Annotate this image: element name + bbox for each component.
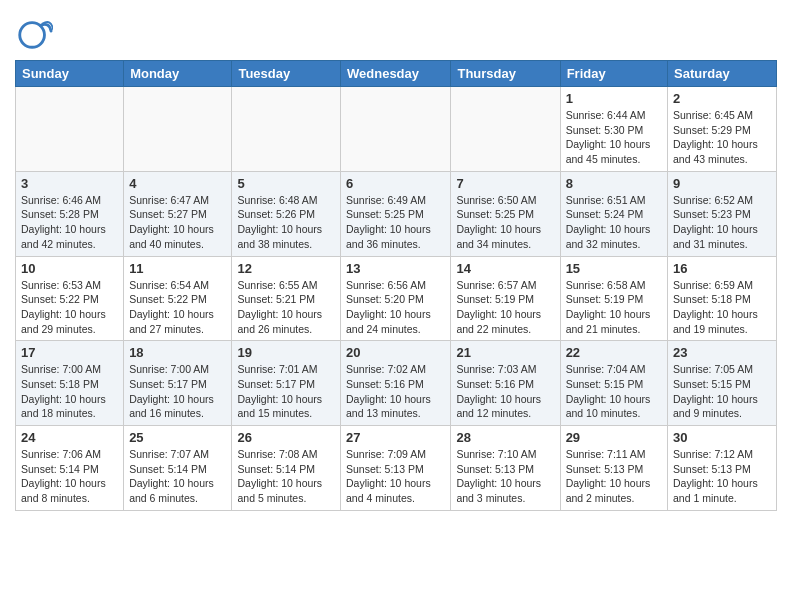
logo-icon	[15, 14, 53, 52]
day-info: Sunrise: 7:02 AM Sunset: 5:16 PM Dayligh…	[346, 362, 445, 421]
calendar-cell: 9Sunrise: 6:52 AM Sunset: 5:23 PM Daylig…	[668, 171, 777, 256]
calendar-cell: 25Sunrise: 7:07 AM Sunset: 5:14 PM Dayli…	[124, 426, 232, 511]
day-number: 12	[237, 261, 335, 276]
day-info: Sunrise: 6:51 AM Sunset: 5:24 PM Dayligh…	[566, 193, 662, 252]
day-number: 6	[346, 176, 445, 191]
day-number: 19	[237, 345, 335, 360]
calendar-cell: 3Sunrise: 6:46 AM Sunset: 5:28 PM Daylig…	[16, 171, 124, 256]
calendar-week-row: 10Sunrise: 6:53 AM Sunset: 5:22 PM Dayli…	[16, 256, 777, 341]
day-number: 26	[237, 430, 335, 445]
calendar-cell: 2Sunrise: 6:45 AM Sunset: 5:29 PM Daylig…	[668, 87, 777, 172]
calendar-cell: 11Sunrise: 6:54 AM Sunset: 5:22 PM Dayli…	[124, 256, 232, 341]
day-info: Sunrise: 7:03 AM Sunset: 5:16 PM Dayligh…	[456, 362, 554, 421]
day-number: 5	[237, 176, 335, 191]
calendar-cell: 15Sunrise: 6:58 AM Sunset: 5:19 PM Dayli…	[560, 256, 667, 341]
day-info: Sunrise: 7:00 AM Sunset: 5:18 PM Dayligh…	[21, 362, 118, 421]
day-info: Sunrise: 6:54 AM Sunset: 5:22 PM Dayligh…	[129, 278, 226, 337]
calendar-cell: 28Sunrise: 7:10 AM Sunset: 5:13 PM Dayli…	[451, 426, 560, 511]
day-number: 1	[566, 91, 662, 106]
day-number: 8	[566, 176, 662, 191]
day-info: Sunrise: 7:08 AM Sunset: 5:14 PM Dayligh…	[237, 447, 335, 506]
calendar-cell: 22Sunrise: 7:04 AM Sunset: 5:15 PM Dayli…	[560, 341, 667, 426]
day-info: Sunrise: 7:09 AM Sunset: 5:13 PM Dayligh…	[346, 447, 445, 506]
calendar-cell: 21Sunrise: 7:03 AM Sunset: 5:16 PM Dayli…	[451, 341, 560, 426]
day-info: Sunrise: 6:50 AM Sunset: 5:25 PM Dayligh…	[456, 193, 554, 252]
page-header	[15, 10, 777, 52]
day-info: Sunrise: 7:12 AM Sunset: 5:13 PM Dayligh…	[673, 447, 771, 506]
calendar-cell: 14Sunrise: 6:57 AM Sunset: 5:19 PM Dayli…	[451, 256, 560, 341]
day-info: Sunrise: 7:05 AM Sunset: 5:15 PM Dayligh…	[673, 362, 771, 421]
day-number: 14	[456, 261, 554, 276]
calendar-cell: 7Sunrise: 6:50 AM Sunset: 5:25 PM Daylig…	[451, 171, 560, 256]
day-number: 13	[346, 261, 445, 276]
calendar-cell: 26Sunrise: 7:08 AM Sunset: 5:14 PM Dayli…	[232, 426, 341, 511]
day-number: 30	[673, 430, 771, 445]
calendar-cell	[341, 87, 451, 172]
day-info: Sunrise: 6:55 AM Sunset: 5:21 PM Dayligh…	[237, 278, 335, 337]
day-info: Sunrise: 6:58 AM Sunset: 5:19 PM Dayligh…	[566, 278, 662, 337]
day-info: Sunrise: 7:04 AM Sunset: 5:15 PM Dayligh…	[566, 362, 662, 421]
calendar-week-row: 1Sunrise: 6:44 AM Sunset: 5:30 PM Daylig…	[16, 87, 777, 172]
calendar-header-row: SundayMondayTuesdayWednesdayThursdayFrid…	[16, 61, 777, 87]
calendar-day-header: Thursday	[451, 61, 560, 87]
day-info: Sunrise: 6:59 AM Sunset: 5:18 PM Dayligh…	[673, 278, 771, 337]
calendar-cell: 29Sunrise: 7:11 AM Sunset: 5:13 PM Dayli…	[560, 426, 667, 511]
calendar-cell: 27Sunrise: 7:09 AM Sunset: 5:13 PM Dayli…	[341, 426, 451, 511]
day-number: 2	[673, 91, 771, 106]
day-number: 3	[21, 176, 118, 191]
day-number: 4	[129, 176, 226, 191]
calendar-cell: 19Sunrise: 7:01 AM Sunset: 5:17 PM Dayli…	[232, 341, 341, 426]
calendar-cell: 1Sunrise: 6:44 AM Sunset: 5:30 PM Daylig…	[560, 87, 667, 172]
day-info: Sunrise: 6:49 AM Sunset: 5:25 PM Dayligh…	[346, 193, 445, 252]
calendar-cell: 23Sunrise: 7:05 AM Sunset: 5:15 PM Dayli…	[668, 341, 777, 426]
calendar-week-row: 24Sunrise: 7:06 AM Sunset: 5:14 PM Dayli…	[16, 426, 777, 511]
day-info: Sunrise: 6:46 AM Sunset: 5:28 PM Dayligh…	[21, 193, 118, 252]
day-info: Sunrise: 7:06 AM Sunset: 5:14 PM Dayligh…	[21, 447, 118, 506]
calendar-cell: 12Sunrise: 6:55 AM Sunset: 5:21 PM Dayli…	[232, 256, 341, 341]
calendar-day-header: Tuesday	[232, 61, 341, 87]
day-info: Sunrise: 7:10 AM Sunset: 5:13 PM Dayligh…	[456, 447, 554, 506]
calendar-day-header: Sunday	[16, 61, 124, 87]
calendar-cell: 4Sunrise: 6:47 AM Sunset: 5:27 PM Daylig…	[124, 171, 232, 256]
day-info: Sunrise: 7:00 AM Sunset: 5:17 PM Dayligh…	[129, 362, 226, 421]
calendar-cell: 18Sunrise: 7:00 AM Sunset: 5:17 PM Dayli…	[124, 341, 232, 426]
day-number: 28	[456, 430, 554, 445]
calendar-cell	[451, 87, 560, 172]
day-number: 7	[456, 176, 554, 191]
day-number: 29	[566, 430, 662, 445]
day-info: Sunrise: 7:11 AM Sunset: 5:13 PM Dayligh…	[566, 447, 662, 506]
calendar-day-header: Wednesday	[341, 61, 451, 87]
day-info: Sunrise: 7:07 AM Sunset: 5:14 PM Dayligh…	[129, 447, 226, 506]
calendar-cell: 6Sunrise: 6:49 AM Sunset: 5:25 PM Daylig…	[341, 171, 451, 256]
calendar-day-header: Friday	[560, 61, 667, 87]
day-number: 11	[129, 261, 226, 276]
calendar-table: SundayMondayTuesdayWednesdayThursdayFrid…	[15, 60, 777, 511]
day-number: 22	[566, 345, 662, 360]
calendar-day-header: Saturday	[668, 61, 777, 87]
day-info: Sunrise: 6:57 AM Sunset: 5:19 PM Dayligh…	[456, 278, 554, 337]
calendar-week-row: 17Sunrise: 7:00 AM Sunset: 5:18 PM Dayli…	[16, 341, 777, 426]
day-info: Sunrise: 7:01 AM Sunset: 5:17 PM Dayligh…	[237, 362, 335, 421]
day-number: 23	[673, 345, 771, 360]
calendar-cell: 17Sunrise: 7:00 AM Sunset: 5:18 PM Dayli…	[16, 341, 124, 426]
calendar-cell: 10Sunrise: 6:53 AM Sunset: 5:22 PM Dayli…	[16, 256, 124, 341]
calendar-cell	[124, 87, 232, 172]
day-number: 25	[129, 430, 226, 445]
calendar-cell: 24Sunrise: 7:06 AM Sunset: 5:14 PM Dayli…	[16, 426, 124, 511]
day-number: 20	[346, 345, 445, 360]
day-info: Sunrise: 6:56 AM Sunset: 5:20 PM Dayligh…	[346, 278, 445, 337]
calendar-day-header: Monday	[124, 61, 232, 87]
logo	[15, 14, 59, 52]
calendar-cell	[232, 87, 341, 172]
calendar-cell: 5Sunrise: 6:48 AM Sunset: 5:26 PM Daylig…	[232, 171, 341, 256]
day-number: 17	[21, 345, 118, 360]
day-info: Sunrise: 6:53 AM Sunset: 5:22 PM Dayligh…	[21, 278, 118, 337]
calendar-cell: 20Sunrise: 7:02 AM Sunset: 5:16 PM Dayli…	[341, 341, 451, 426]
day-number: 16	[673, 261, 771, 276]
day-number: 9	[673, 176, 771, 191]
day-info: Sunrise: 6:52 AM Sunset: 5:23 PM Dayligh…	[673, 193, 771, 252]
day-info: Sunrise: 6:47 AM Sunset: 5:27 PM Dayligh…	[129, 193, 226, 252]
day-info: Sunrise: 6:44 AM Sunset: 5:30 PM Dayligh…	[566, 108, 662, 167]
day-number: 15	[566, 261, 662, 276]
day-info: Sunrise: 6:45 AM Sunset: 5:29 PM Dayligh…	[673, 108, 771, 167]
